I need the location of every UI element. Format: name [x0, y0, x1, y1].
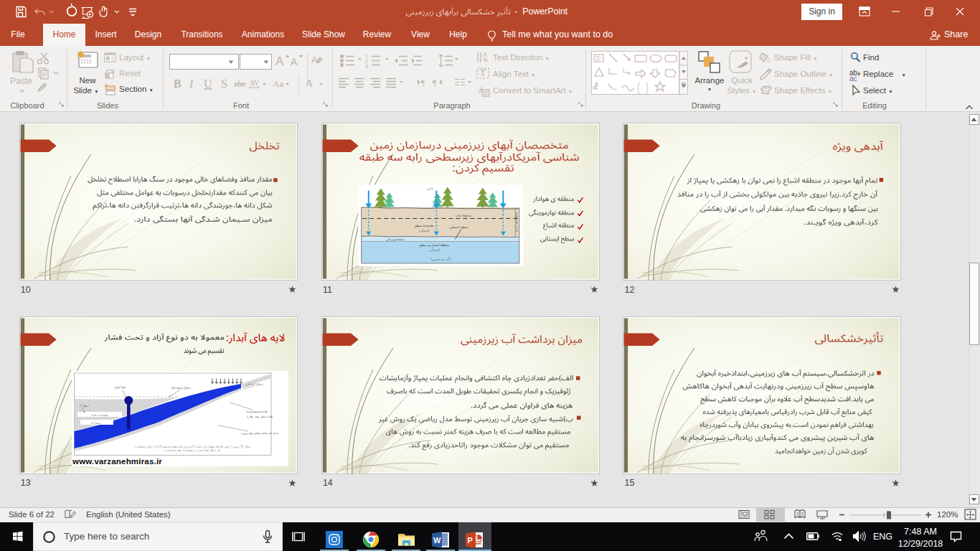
svg-text:A: A [306, 78, 314, 89]
svg-text:ac: ac [849, 75, 857, 83]
svg-text:B: B [174, 77, 182, 90]
svg-text:P: P [468, 536, 473, 545]
svg-text:A: A [275, 55, 284, 68]
svg-text:3: 3 [365, 64, 368, 69]
svg-text:W: W [433, 536, 441, 545]
svg-text:AV: AV [250, 79, 260, 87]
svg-text:S: S [221, 77, 227, 90]
svg-text:A: A [483, 51, 487, 58]
svg-text:A: A [291, 56, 298, 67]
svg-text:Aa: Aa [273, 78, 283, 89]
svg-text:A: A [311, 55, 317, 65]
svg-text:abc: abc [234, 79, 246, 89]
svg-text:¶: ¶ [433, 78, 436, 87]
svg-text:I: I [189, 77, 194, 90]
svg-text:1: 1 [365, 54, 368, 59]
svg-text:U: U [204, 77, 212, 90]
svg-text:2: 2 [365, 59, 368, 64]
svg-text:www.varzanehmiras.ir: www.varzanehmiras.ir [72, 457, 162, 466]
svg-text:¶: ¶ [421, 78, 425, 87]
